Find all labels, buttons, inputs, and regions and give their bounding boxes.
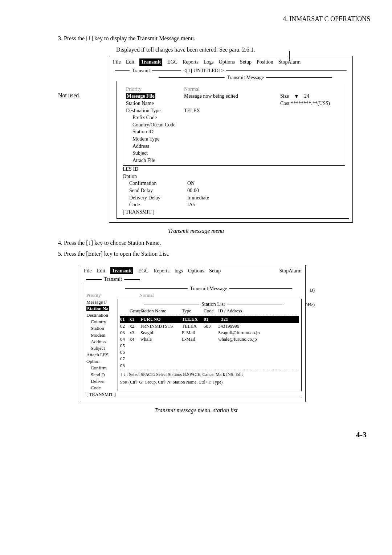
subject-label: Subject: [86, 345, 118, 352]
menu-stopalarm[interactable]: StopAlarm: [279, 267, 302, 275]
menubar-2: File Edit Transmit EGC Reports logs Opti…: [84, 267, 302, 275]
station-name-label[interactable]: Station Name: [126, 100, 184, 107]
side-hz-label: 0Hz): [305, 301, 315, 308]
annotation-not-used: Not used.: [58, 92, 80, 100]
destination-type-label[interactable]: Destination Type: [126, 107, 184, 114]
code-label[interactable]: Code: [123, 201, 187, 208]
menu-setup[interactable]: Setup: [209, 267, 221, 275]
size-value: 24: [304, 93, 309, 99]
country-label: Country: [86, 319, 118, 325]
page-header: 4. INMARSAT C OPERATIONS: [22, 15, 370, 24]
address-label: Address: [86, 339, 118, 345]
col-group: Group: [130, 308, 139, 314]
step-5: 5. Press the [Enter] key to open the Sta…: [58, 250, 356, 258]
option-label: Option: [86, 358, 118, 365]
menu-reports[interactable]: Reports: [154, 267, 170, 275]
menu-file[interactable]: File: [113, 58, 121, 66]
prefix-code-label[interactable]: Prefix Code: [126, 114, 191, 121]
menu-edit[interactable]: Edit: [97, 267, 105, 275]
toll-note: Displayed if toll charges have been ente…: [116, 46, 370, 54]
code-value: IA5: [187, 201, 345, 208]
station-row[interactable]: 05: [120, 343, 299, 349]
delivery-delay-value: Immediate: [187, 194, 345, 202]
caption-figure-1: Transmit message menu: [22, 227, 370, 235]
message-f-label: Message F: [86, 299, 118, 305]
attach-file-label[interactable]: Attach File: [126, 157, 191, 164]
step-4: 4. Press the [↓] key to choose Station N…: [58, 239, 356, 247]
menu-logs[interactable]: logs: [175, 267, 183, 275]
transmit-label: Transmit: [104, 276, 122, 283]
menu-reports[interactable]: Reports: [183, 58, 199, 66]
confirm-label: Confirm: [86, 365, 118, 371]
attach-les-label: Attach LES: [86, 352, 118, 358]
send-delay-value: 00:00: [187, 187, 345, 194]
destination-label: Destination: [86, 312, 118, 319]
station-hint-1: ↑ ↓ : Select SPACE: Select Stations B.SP…: [120, 372, 299, 378]
menu-logs[interactable]: Logs: [204, 58, 214, 66]
menu-egc[interactable]: EGC: [167, 58, 177, 66]
figure-station-list: File Edit Transmit EGC Reports logs Opti…: [80, 265, 306, 402]
station-row[interactable]: 02 x2 FRNINMBTSTS TELEX 583 343199999: [120, 323, 299, 329]
send-delay-label[interactable]: Send Delay: [123, 187, 187, 194]
arrow-down-icon: ▼: [294, 93, 299, 100]
transmit-button[interactable]: [ TRANSMIT ]: [123, 208, 154, 216]
menu-file[interactable]: File: [84, 267, 92, 275]
size-label: Size: [280, 93, 289, 99]
col-address: ID / Address: [218, 308, 299, 314]
page-number: 4-3: [22, 429, 367, 441]
cost-label: Cost: [280, 101, 290, 106]
station-list-header: Group Station Name Type Code ID / Addres…: [120, 308, 299, 314]
menu-egc[interactable]: EGC: [138, 267, 148, 275]
menu-options[interactable]: Options: [219, 58, 235, 66]
station-id-label[interactable]: Station ID: [126, 128, 191, 135]
station-row[interactable]: 04 x4 whale E-Mail whale@furuno.co.jp: [120, 336, 299, 343]
transmit-title-2: Transmit: [84, 276, 142, 283]
station-row[interactable]: 03 x3 Seagull E-Mail Seagull@furuno.co.j…: [120, 329, 299, 336]
station-list-label: Station List: [201, 301, 225, 308]
code-label: Code: [86, 385, 118, 391]
side-b-label: B): [310, 287, 315, 293]
menu-setup[interactable]: Setup: [240, 58, 252, 66]
les-id-label[interactable]: LES ID: [123, 166, 181, 173]
menu-transmit[interactable]: Transmit: [139, 58, 162, 66]
col-type: Type: [182, 308, 202, 314]
station-na-label[interactable]: Station Na: [86, 306, 109, 311]
station-list-box: Station List Group Station Name Type Cod…: [118, 299, 302, 392]
deliver-label: Deliver: [86, 378, 118, 385]
transmit-button[interactable]: [ TRANSMIT ]: [86, 391, 302, 398]
station-row[interactable]: 01 x1 FURUNO TELEX 81 321: [120, 316, 299, 323]
transmit-message-label: Transmit Message: [190, 285, 227, 292]
priority-value: Normal: [139, 292, 154, 299]
menu-position[interactable]: Position: [257, 58, 273, 66]
menu-options[interactable]: Options: [188, 267, 204, 275]
transmit-message-title-2: Transmit Message: [123, 285, 294, 292]
address-label[interactable]: Address: [126, 143, 191, 150]
menu-edit[interactable]: Edit: [126, 58, 134, 66]
menu-transmit[interactable]: Transmit: [110, 267, 133, 275]
transmit-message-label: Transmit Message: [227, 74, 264, 81]
station-row[interactable]: 07: [120, 356, 299, 362]
priority-label: Priority: [86, 292, 118, 299]
option-label[interactable]: Option: [123, 173, 181, 180]
confirmation-label[interactable]: Confirmation: [123, 180, 187, 187]
untitled-label: <[1] UNTITLED1>: [183, 67, 224, 74]
col-code: Code: [204, 308, 217, 314]
station-hint-2: Sort (Ctrl+G: Group, Ctrl+N: Station Nam…: [120, 379, 299, 385]
delivery-delay-label[interactable]: Delivery Delay: [123, 194, 187, 202]
cost-value: ********.**(US$): [291, 101, 330, 106]
station-row[interactable]: 06: [120, 349, 299, 356]
menu-stopalarm[interactable]: StopAlarm: [278, 58, 301, 66]
message-file-label[interactable]: Message File: [126, 93, 155, 99]
priority-label: Priority: [126, 86, 184, 93]
modem-type-label[interactable]: Modem Type: [126, 135, 191, 143]
country-ocean-label[interactable]: Country/Ocean Code: [126, 121, 205, 129]
transmit-title: Transmit <[1] UNTITLED1>: [113, 67, 349, 74]
subject-label[interactable]: Subject: [126, 150, 191, 157]
col-station-name: Station Name: [140, 308, 180, 314]
station-row[interactable]: 08: [120, 362, 299, 369]
send-d-label: Send D: [86, 372, 118, 378]
station-label: Station: [86, 325, 118, 332]
confirmation-value: ON: [187, 180, 345, 187]
transmit-label: Transmit: [132, 67, 150, 74]
modem-label: Modem: [86, 332, 118, 339]
